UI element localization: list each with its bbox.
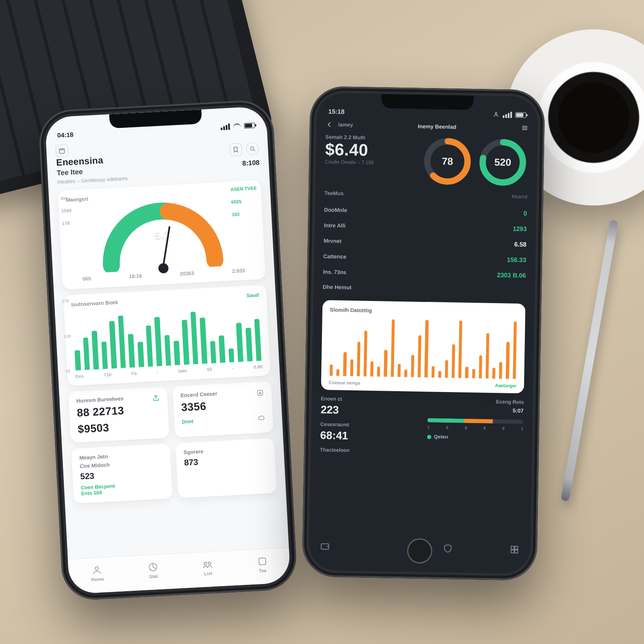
- bar-chart-card[interactable]: Isutnserwarn Boek Saud 175 118 18 Oes 71…: [63, 285, 271, 386]
- tile-4[interactable]: Sgorere 873: [176, 438, 277, 498]
- progress-scale: 15 88 91: [427, 425, 523, 431]
- tile-3[interactable]: Meayn Jetn Cire Midoch 523 Coen Becpont …: [71, 444, 173, 504]
- svg-point-8: [495, 112, 497, 114]
- phone-light: 04:18 Eneensina Tee Itee Irteattes – G: [38, 99, 298, 601]
- tile-badge: Dnnt: [182, 418, 194, 425]
- user-icon: [493, 111, 499, 118]
- svg-rect-17: [515, 550, 518, 553]
- tile-b[interactable]: Cesesraumt 68:41: [320, 421, 416, 444]
- bottom-tiles: Enoen ct 223 Cesesraumt 68:41 Thacteeloo…: [320, 396, 524, 458]
- page-title: Inemy Beenlad: [418, 123, 456, 130]
- titlebar: lamey Inemy Beenlad: [326, 121, 529, 132]
- legend: Qeten: [427, 434, 523, 441]
- bars-badge: Saud: [247, 292, 259, 299]
- bar-chart: [71, 298, 262, 370]
- progress-bar: [427, 418, 523, 424]
- signal-icon: [221, 124, 230, 130]
- balance-value: $6.40: [325, 140, 418, 161]
- svg-rect-0: [60, 149, 65, 153]
- header-value: 8:108: [242, 159, 260, 167]
- tab-home[interactable]: Home: [91, 564, 104, 582]
- tab-stats[interactable]: Stat: [148, 561, 158, 579]
- ring-chart-2[interactable]: 520: [477, 137, 528, 188]
- search-icon[interactable]: [246, 142, 259, 156]
- status-time: 15:18: [328, 108, 345, 115]
- svg-rect-7: [259, 558, 266, 565]
- download-icon: [256, 389, 264, 397]
- tab-list[interactable]: List: [203, 559, 213, 576]
- tile-2[interactable]: Encerd Ceeser 3356 Dnnt: [173, 381, 274, 437]
- menu-icon[interactable]: [521, 124, 528, 132]
- svg-point-5: [204, 562, 207, 564]
- back-icon[interactable]: [326, 121, 333, 128]
- wifi-icon: [233, 123, 241, 130]
- balance-row: Semah 2.2 Muth $6.40 Cnulle Oreale – 7.1…: [325, 134, 528, 188]
- phone-dark: 15:18 lamey Inemy Beenlad Semah 2.2 Muth: [302, 86, 545, 581]
- tile-a[interactable]: Enoen ct 223: [321, 396, 417, 418]
- stat-row[interactable]: Dhe Hemut: [323, 280, 526, 298]
- gauge-chart: 5.0: [93, 195, 230, 273]
- tile-1[interactable]: Huresm Bureelwes 88 22713 $9503: [68, 387, 169, 443]
- activity-chart: [329, 313, 518, 379]
- svg-rect-16: [511, 550, 514, 553]
- stats-header: TeeMus: [325, 190, 344, 197]
- battery-icon: [244, 122, 255, 128]
- nav-shield-icon[interactable]: [443, 543, 453, 555]
- nav-grid-icon[interactable]: [509, 545, 519, 556]
- stats-list: DooMnle0Intre Alli1293Mrvnet6.58Cattence…: [323, 202, 527, 298]
- svg-point-6: [208, 562, 211, 564]
- tile-c[interactable]: Thacteeloon: [320, 447, 416, 456]
- ring-chart-1[interactable]: 78: [422, 136, 473, 187]
- bookmark-icon[interactable]: [229, 143, 242, 156]
- bottom-bar: [309, 530, 531, 574]
- tab-more[interactable]: Tee: [257, 556, 268, 573]
- svg-rect-15: [515, 546, 518, 549]
- cloud-icon: [257, 414, 265, 422]
- signal-icon: [503, 112, 512, 118]
- calendar-icon[interactable]: [55, 144, 69, 158]
- svg-point-3: [95, 566, 99, 570]
- share-icon: [152, 394, 160, 402]
- svg-point-1: [250, 147, 254, 150]
- svg-rect-14: [511, 546, 514, 549]
- battery-icon: [515, 112, 526, 117]
- nav-wallet-icon[interactable]: [320, 541, 330, 553]
- stat-tiles: Huresm Bureelwes 88 22713 $9503 Encerd C…: [68, 381, 277, 504]
- gauge-card[interactable]: Maorgsrt Ion 1560 178 ASEN TVEE 6025 163: [58, 180, 266, 290]
- status-time: 04:18: [57, 131, 73, 139]
- header-row: Eneensina Tee Itee Irteattes – Gentlersa…: [55, 134, 260, 185]
- activity-chart-card[interactable]: Slomilh Datotttig Coeeue nenge Aaetarger: [321, 300, 526, 393]
